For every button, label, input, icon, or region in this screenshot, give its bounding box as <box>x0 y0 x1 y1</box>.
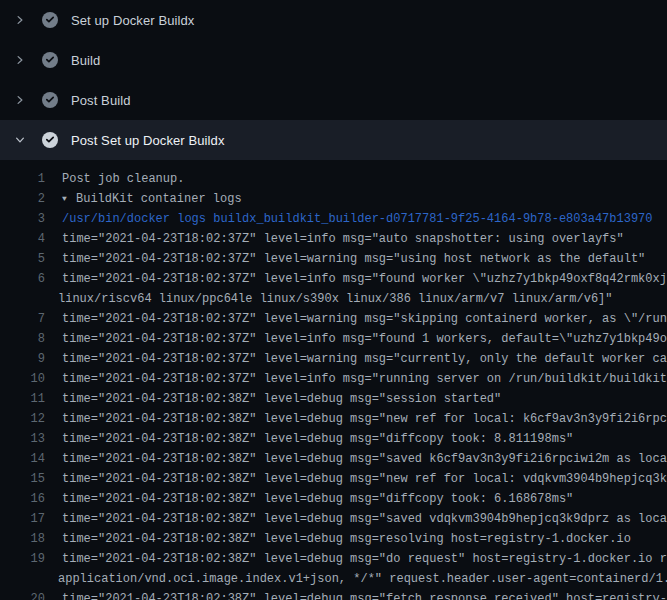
log-line-text: application/vnd.oci.image.index.v1+json,… <box>58 569 667 589</box>
log-line-text: time="2021-04-23T18:02:37Z" level=info m… <box>62 369 667 389</box>
log-line-number <box>0 289 45 309</box>
log-line: 18time="2021-04-23T18:02:38Z" level=debu… <box>0 529 667 549</box>
log-command-text: /usr/bin/docker logs buildx_buildkit_bui… <box>62 209 653 229</box>
log-line-text: time="2021-04-23T18:02:38Z" level=debug … <box>62 589 667 600</box>
log-line-number[interactable]: 20 <box>0 589 45 600</box>
log-line-number[interactable]: 11 <box>0 389 45 409</box>
log-line: 13time="2021-04-23T18:02:38Z" level=debu… <box>0 429 667 449</box>
check-circle-icon <box>42 12 58 28</box>
log-line-text: time="2021-04-23T18:02:38Z" level=debug … <box>62 549 667 569</box>
step-label: Set up Docker Buildx <box>71 13 194 28</box>
log-line-number[interactable]: 9 <box>0 349 45 369</box>
step-header-1[interactable]: Build <box>0 40 667 80</box>
log-line: 4time="2021-04-23T18:02:37Z" level=info … <box>0 229 667 249</box>
log-line-number[interactable]: 5 <box>0 249 45 269</box>
log-line: 19time="2021-04-23T18:02:38Z" level=debu… <box>0 549 667 569</box>
log-line: linux/riscv64 linux/ppc64le linux/s390x … <box>0 289 667 309</box>
log-line-text: time="2021-04-23T18:02:37Z" level=info m… <box>62 229 624 249</box>
log-line-text: time="2021-04-23T18:02:38Z" level=debug … <box>62 389 501 409</box>
log-panel: 1Post job cleanup.2▼BuildKit container l… <box>0 160 667 600</box>
log-line-number <box>0 569 45 589</box>
log-line: 5time="2021-04-23T18:02:37Z" level=warni… <box>0 249 667 269</box>
log-line-number[interactable]: 17 <box>0 509 45 529</box>
log-line: 9time="2021-04-23T18:02:37Z" level=warni… <box>0 349 667 369</box>
log-line-text: ▼BuildKit container logs <box>62 189 242 209</box>
log-line: 11time="2021-04-23T18:02:38Z" level=debu… <box>0 389 667 409</box>
step-header-0[interactable]: Set up Docker Buildx <box>0 0 667 40</box>
log-line-number[interactable]: 13 <box>0 429 45 449</box>
chevron-right-icon <box>14 94 26 106</box>
log-line-text: time="2021-04-23T18:02:37Z" level=info m… <box>62 329 667 349</box>
log-line-number[interactable]: 10 <box>0 369 45 389</box>
log-line-text: time="2021-04-23T18:02:37Z" level=warnin… <box>62 249 645 269</box>
log-line: 14time="2021-04-23T18:02:38Z" level=debu… <box>0 449 667 469</box>
log-line-text: time="2021-04-23T18:02:38Z" level=debug … <box>62 449 667 469</box>
chevron-right-icon <box>14 54 26 66</box>
log-line-text: time="2021-04-23T18:02:38Z" level=debug … <box>62 509 667 529</box>
log-line: 3/usr/bin/docker logs buildx_buildkit_bu… <box>0 209 667 229</box>
log-line: 2▼BuildKit container logs <box>0 189 667 209</box>
log-line: 10time="2021-04-23T18:02:37Z" level=info… <box>0 369 667 389</box>
log-line-number[interactable]: 1 <box>0 169 45 189</box>
log-line: 16time="2021-04-23T18:02:38Z" level=debu… <box>0 489 667 509</box>
log-line-text: time="2021-04-23T18:02:38Z" level=debug … <box>62 469 667 489</box>
chevron-right-icon <box>14 14 26 26</box>
log-line: 6time="2021-04-23T18:02:37Z" level=info … <box>0 269 667 289</box>
log-line-number[interactable]: 12 <box>0 409 45 429</box>
log-line-number[interactable]: 7 <box>0 309 45 329</box>
log-line: 1Post job cleanup. <box>0 169 667 189</box>
log-line: 12time="2021-04-23T18:02:38Z" level=debu… <box>0 409 667 429</box>
log-line: 15time="2021-04-23T18:02:38Z" level=debu… <box>0 469 667 489</box>
chevron-down-icon <box>14 134 26 146</box>
log-line-text: time="2021-04-23T18:02:37Z" level=warnin… <box>62 309 667 329</box>
log-line-text: time="2021-04-23T18:02:38Z" level=debug … <box>62 529 631 549</box>
log-line-number[interactable]: 8 <box>0 329 45 349</box>
log-line: 8time="2021-04-23T18:02:37Z" level=info … <box>0 329 667 349</box>
log-line-number[interactable]: 19 <box>0 549 45 569</box>
log-line-text: linux/riscv64 linux/ppc64le linux/s390x … <box>58 289 613 309</box>
log-line-number[interactable]: 18 <box>0 529 45 549</box>
steps-list: Set up Docker BuildxBuildPost BuildPost … <box>0 0 667 160</box>
log-line-number[interactable]: 15 <box>0 469 45 489</box>
log-line-number[interactable]: 2 <box>0 189 45 209</box>
log-line-number[interactable]: 4 <box>0 229 45 249</box>
log-line-text: time="2021-04-23T18:02:38Z" level=debug … <box>62 429 573 449</box>
step-label: Build <box>71 53 100 68</box>
log-line: 7time="2021-04-23T18:02:37Z" level=warni… <box>0 309 667 329</box>
log-line-number[interactable]: 3 <box>0 209 45 229</box>
log-line-text: Post job cleanup. <box>62 169 184 189</box>
log-line-text: time="2021-04-23T18:02:38Z" level=debug … <box>62 409 667 429</box>
log-line-number[interactable]: 6 <box>0 269 45 289</box>
collapse-triangle-icon[interactable]: ▼ <box>62 189 76 209</box>
log-line-number[interactable]: 14 <box>0 449 45 469</box>
log-line: application/vnd.oci.image.index.v1+json,… <box>0 569 667 589</box>
log-line-text: time="2021-04-23T18:02:38Z" level=debug … <box>62 489 573 509</box>
check-circle-icon <box>42 92 58 108</box>
step-label: Post Set up Docker Buildx <box>71 133 225 148</box>
step-header-2[interactable]: Post Build <box>0 80 667 120</box>
log-line: 17time="2021-04-23T18:02:38Z" level=debu… <box>0 509 667 529</box>
check-circle-icon <box>42 132 58 148</box>
log-line-number[interactable]: 16 <box>0 489 45 509</box>
step-header-3[interactable]: Post Set up Docker Buildx <box>0 120 667 160</box>
log-line-text: time="2021-04-23T18:02:37Z" level=info m… <box>62 269 667 289</box>
log-line-text: time="2021-04-23T18:02:37Z" level=warnin… <box>62 349 667 369</box>
step-label: Post Build <box>71 93 131 108</box>
check-circle-icon <box>42 52 58 68</box>
log-line: 20time="2021-04-23T18:02:38Z" level=debu… <box>0 589 667 600</box>
